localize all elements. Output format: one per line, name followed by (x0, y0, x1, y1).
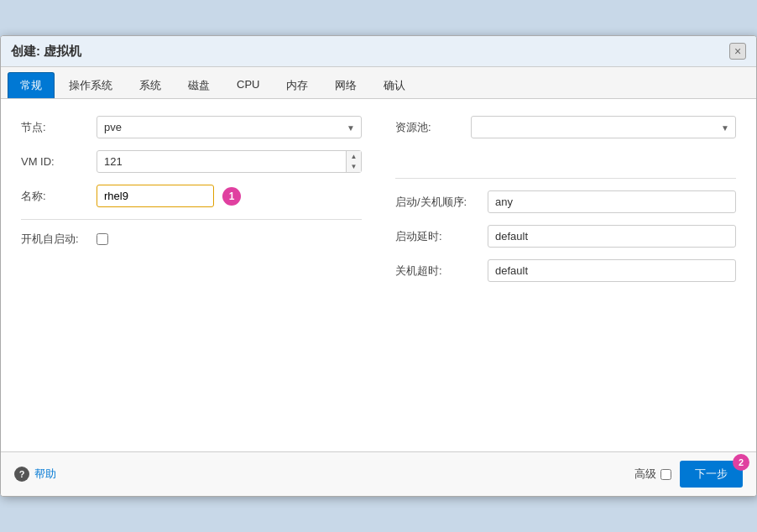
name-label: 名称: (21, 189, 97, 204)
autostart-label: 开机自启动: (21, 232, 97, 247)
tab-confirm[interactable]: 确认 (371, 72, 418, 98)
boot-order-row: 启动/关机顺序: (395, 190, 736, 213)
next-button-label: 下一步 (695, 467, 728, 480)
autostart-checkbox-wrapper (97, 233, 108, 245)
start-delay-input[interactable] (488, 225, 736, 248)
vmid-label: VM ID: (21, 155, 97, 168)
autostart-row: 开机自启动: (21, 232, 362, 247)
vmid-row: VM ID: ▲ ▼ (21, 150, 362, 173)
node-row: 节点: pve (21, 116, 362, 138)
badge-1: 1 (222, 187, 241, 206)
vmid-spinner: ▲ ▼ (346, 151, 361, 172)
tab-memory[interactable]: 内存 (274, 72, 321, 98)
vmid-input-wrapper: ▲ ▼ (97, 150, 362, 173)
tab-bar: 常规 操作系统 系统 磁盘 CPU 内存 网络 确认 (1, 67, 756, 99)
next-button[interactable]: 下一步 2 (680, 461, 743, 488)
dialog-title-bar: 创建: 虚拟机 × (1, 36, 756, 67)
divider-1 (21, 219, 362, 220)
start-delay-label: 启动延时: (395, 229, 488, 244)
tab-network[interactable]: 网络 (322, 72, 369, 98)
boot-order-input[interactable] (488, 190, 736, 213)
tab-system[interactable]: 系统 (127, 72, 174, 98)
name-input-wrapper: 1 (97, 185, 241, 207)
help-icon: ? (14, 467, 29, 482)
dialog-footer: ? 帮助 高级 下一步 2 (1, 451, 756, 496)
node-label: 节点: (21, 120, 97, 135)
divider-2 (395, 178, 736, 179)
shutdown-timeout-label: 关机超时: (395, 263, 488, 279)
vmid-down-button[interactable]: ▼ (347, 162, 361, 173)
footer-right: 高级 下一步 2 (634, 461, 743, 488)
vmid-input[interactable] (97, 150, 362, 173)
resource-pool-label: 资源池: (395, 120, 471, 135)
tab-general[interactable]: 常规 (8, 72, 55, 98)
shutdown-timeout-row: 关机超时: (395, 259, 736, 282)
form-content: 节点: pve VM ID: ▲ ▼ (1, 99, 756, 451)
resource-pool-select-wrapper (471, 116, 736, 138)
tab-cpu[interactable]: CPU (224, 72, 272, 98)
tab-os[interactable]: 操作系统 (56, 72, 125, 98)
name-input[interactable] (97, 185, 214, 207)
shutdown-timeout-input[interactable] (488, 259, 736, 282)
resource-pool-select[interactable] (471, 116, 736, 138)
advanced-label: 高级 (634, 467, 656, 482)
boot-order-label: 启动/关机顺序: (395, 195, 488, 210)
vmid-up-button[interactable]: ▲ (347, 151, 361, 162)
node-select-wrapper: pve (97, 116, 362, 138)
name-row: 名称: 1 (21, 185, 362, 207)
resource-pool-row: 资源池: (395, 116, 736, 138)
footer-left: ? 帮助 (14, 467, 56, 482)
node-select[interactable]: pve (97, 116, 362, 138)
help-label[interactable]: 帮助 (34, 467, 56, 482)
advanced-section: 高级 (634, 467, 671, 482)
tab-disk[interactable]: 磁盘 (175, 72, 222, 98)
dialog-title-text: 创建: 虚拟机 (11, 44, 81, 60)
close-button[interactable]: × (729, 43, 746, 60)
advanced-checkbox[interactable] (660, 469, 671, 480)
autostart-checkbox[interactable] (97, 233, 108, 245)
start-delay-row: 启动延时: (395, 225, 736, 248)
badge-2: 2 (733, 454, 749, 471)
